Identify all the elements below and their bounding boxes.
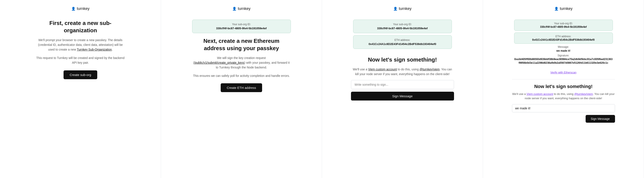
sub-org-id-value-2: 330cff4f-bc87-4805-9fe4-5b191059e4ef bbox=[198, 27, 286, 30]
message-value-4: we made it! bbox=[514, 49, 613, 52]
sign-input-4[interactable] bbox=[512, 104, 615, 112]
sub-org-link[interactable]: Turnkey Sub-Organization bbox=[77, 48, 112, 51]
now-sign-heading-4: Now let's sign something! bbox=[512, 84, 615, 89]
sub-org-id-value-4: 330cff4f-bc87-4805-9fe4-5b191059e4ef bbox=[519, 25, 608, 28]
sign-section-3: Sign Message bbox=[351, 80, 454, 101]
panel-1-description: We'll prompt your browser to create a ne… bbox=[36, 38, 126, 52]
panel-3-heading: Now let's sign something! bbox=[368, 56, 437, 63]
logo-text-4: turnkey bbox=[560, 7, 572, 11]
logo-icon-3: 👤 bbox=[393, 7, 398, 11]
logo-icon-1: 👤 bbox=[71, 7, 76, 11]
logo-text-2: turnkey bbox=[238, 7, 250, 11]
panel-3-description: We'll use a Viem custom account to do th… bbox=[351, 67, 454, 77]
verify-etherscan-link[interactable]: Verify with Etherscan bbox=[550, 71, 576, 74]
divider-sign-section-4: Now let's sign something! We'll use a Vi… bbox=[512, 79, 615, 123]
logo-2: 👤 turnkey bbox=[232, 7, 250, 11]
viem-custom-account-link-4[interactable]: Viem custom account bbox=[526, 92, 553, 96]
eth-address-label-4: ETH address: bbox=[519, 35, 608, 38]
signature-value-4: 0xa3d405ff00b86593d939ddf38b9eac90984ce7… bbox=[514, 57, 613, 65]
sub-org-id-box-3: Your sub-org ID: 330cff4f-bc87-4805-9fe4… bbox=[353, 20, 452, 33]
panel-2: 👤 turnkey Your sub-org ID: 330cff4f-bc87… bbox=[161, 0, 322, 178]
create-eth-address-button[interactable]: Create ETH address bbox=[221, 83, 262, 92]
panel-2-content: Your sub-org ID: 330cff4f-bc87-4805-9fe4… bbox=[192, 20, 291, 92]
eth-address-value-4: 0x41Cc24A1c8D2E43Fd1454c2BdF538db193404e… bbox=[519, 38, 608, 41]
logo-4: 👤 turnkey bbox=[554, 7, 572, 11]
create-private-keys-link[interactable]: /public/v1/submit/create_private_keys bbox=[194, 61, 244, 64]
eth-address-box-4: ETH address: 0x41Cc24A1c8D2E43Fd1454c2Bd… bbox=[514, 33, 613, 44]
sign-input-3[interactable] bbox=[351, 80, 454, 89]
panel-1-heading: First, create a new sub-organization bbox=[36, 20, 126, 34]
panel-2-description2: This ensures we can safely poll for acti… bbox=[193, 73, 290, 78]
panel-3-content: Your sub-org ID: 330cff4f-bc87-4805-9fe4… bbox=[351, 20, 454, 101]
eth-address-value-3: 0x41Cc24A1c8D2E43Fd1454c2BdF538db193404e… bbox=[358, 42, 446, 46]
viem-custom-account-link-3[interactable]: Viem custom account bbox=[368, 68, 397, 71]
logo-1: 👤 turnkey bbox=[71, 7, 90, 11]
logo-icon-4: 👤 bbox=[554, 7, 558, 11]
sub-org-id-label-4: Your sub-org ID: bbox=[519, 22, 608, 25]
logo-3: 👤 turnkey bbox=[393, 7, 412, 11]
panel-2-description: We will sign the key creation request (/… bbox=[192, 55, 291, 70]
panel-3: 👤 turnkey Your sub-org ID: 330cff4f-bc87… bbox=[322, 0, 483, 178]
eth-address-label-3: ETH address: bbox=[358, 39, 446, 42]
panel-4-content: Your sub-org ID: 330cff4f-bc87-4805-9fe4… bbox=[512, 20, 615, 123]
message-label-4: Message: bbox=[514, 45, 613, 48]
sub-org-id-label-3: Your sub-org ID: bbox=[358, 23, 446, 26]
logo-icon-2: 👤 bbox=[232, 7, 236, 11]
now-sign-description-4: We'll use a Viem custom account to do th… bbox=[512, 92, 615, 101]
sub-org-id-label-2: Your sub-org ID: bbox=[198, 23, 286, 26]
message-line-4: Message: we made it! bbox=[514, 45, 613, 52]
signature-box-4: Signature: 0xa3d405ff00b86593d939ddf38b9… bbox=[514, 54, 613, 65]
turnkey-viem-link-4[interactable]: @turnkey/viem bbox=[574, 92, 593, 96]
panel-1: 👤 turnkey First, create a new sub-organi… bbox=[0, 0, 161, 178]
logo-text-1: turnkey bbox=[77, 7, 90, 11]
sign-message-button-4[interactable]: Sign Message bbox=[586, 115, 615, 123]
sub-org-id-box-2: Your sub-org ID: 330cff4f-bc87-4805-9fe4… bbox=[192, 20, 291, 33]
panel-4: 👤 turnkey Your sub-org ID: 330cff4f-bc87… bbox=[483, 0, 644, 178]
turnkey-viem-link-3[interactable]: @turnkey/viem bbox=[420, 68, 440, 71]
info-boxes-group-3: Your sub-org ID: 330cff4f-bc87-4805-9fe4… bbox=[353, 20, 452, 51]
sub-org-id-value-3: 330cff4f-bc87-4805-9fe4-5b191059e4ef bbox=[358, 27, 446, 30]
logo-text-3: turnkey bbox=[399, 7, 412, 11]
signature-label-4: Signature: bbox=[514, 54, 613, 57]
eth-address-box-3: ETH address: 0x41Cc24A1c8D2E43Fd1454c2Bd… bbox=[353, 35, 452, 49]
info-boxes-top-4: Your sub-org ID: 330cff4f-bc87-4805-9fe4… bbox=[514, 20, 613, 67]
create-sub-org-button[interactable]: Create sub-org bbox=[64, 70, 97, 79]
panel-2-heading: Next, create a new Ethereum address usin… bbox=[192, 37, 291, 52]
sub-org-id-box-4: Your sub-org ID: 330cff4f-bc87-4805-9fe4… bbox=[514, 20, 613, 31]
panel-1-content: First, create a new sub-organization We'… bbox=[36, 20, 126, 79]
sign-message-button-3[interactable]: Sign Message bbox=[351, 92, 454, 101]
panel-1-description2: This request to Turnkey will be created … bbox=[36, 55, 126, 65]
